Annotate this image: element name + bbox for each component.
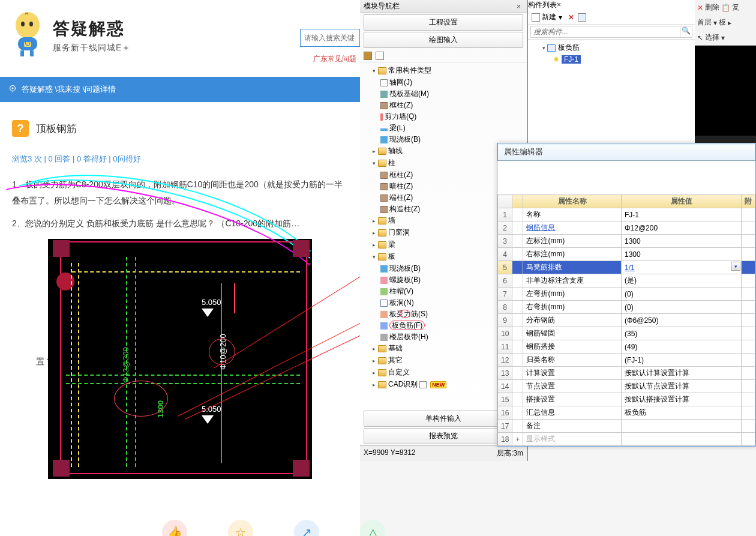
warning-icon[interactable]: △ [360, 520, 385, 536]
close-icon[interactable]: × [514, 2, 523, 11]
tree-group-slab[interactable]: 板 [388, 252, 395, 260]
tree-root[interactable]: 常用构件类型 [388, 66, 431, 74]
property-row[interactable]: 1名称FJ-1 [498, 208, 755, 221]
prop-value[interactable]: (0) [622, 301, 742, 314]
property-editor-title: 属性编辑器 [497, 143, 755, 161]
tree-group-foundation[interactable]: 基础 [388, 344, 403, 352]
tree-item[interactable]: 楼层板带(H) [389, 333, 428, 341]
property-row[interactable]: 7左弯折(mm)(0) [498, 288, 755, 301]
tree-item[interactable]: 框柱(Z) [389, 101, 413, 109]
prop-value[interactable] [622, 433, 742, 446]
tree-group-cad[interactable]: CAD识别 [388, 380, 418, 388]
prop-value[interactable]: (0) [622, 288, 742, 301]
search-input[interactable] [300, 29, 360, 47]
component-tree[interactable]: ▾ 板负筋 ✸FJ-1 [528, 40, 695, 68]
property-row[interactable]: 16汇总信息板负筋 [498, 406, 755, 420]
property-row[interactable]: 18+显示样式 [498, 433, 755, 446]
prop-value[interactable]: 1300 [622, 235, 742, 248]
component-search-input[interactable] [530, 26, 680, 38]
property-row[interactable]: 9分布钢筋(Φ6@250) [498, 314, 755, 327]
property-row[interactable]: 17备注 [498, 420, 755, 433]
copy-icon[interactable] [578, 13, 586, 22]
prop-value[interactable]: FJ-1 [622, 208, 742, 221]
prop-value[interactable]: 按默认搭接设置计算 [622, 393, 742, 406]
search-icon[interactable]: 🔍 [680, 26, 692, 38]
toolbar-icon[interactable] [364, 52, 372, 60]
tree-group-column[interactable]: 柱 [388, 158, 395, 167]
thumbs-up-icon[interactable]: 👍 [162, 520, 187, 536]
share-icon[interactable]: ↗ [294, 520, 319, 536]
delete-icon[interactable]: ✕ [697, 4, 703, 12]
property-row[interactable]: 14节点设置按默认节点设置计算 [498, 380, 755, 393]
prop-value[interactable]: (FJ-1) [622, 354, 742, 367]
prop-value[interactable] [622, 420, 742, 433]
property-row[interactable]: 6非单边标注含支座(是) [498, 274, 755, 288]
svg-point-1 [21, 22, 25, 26]
tree-item[interactable]: 剪力墙(Q) [385, 112, 416, 121]
new-icon[interactable] [532, 13, 540, 22]
prop-value[interactable]: 按默认计算设置计算 [622, 367, 742, 380]
common-questions-link[interactable]: 广东常见问题 [313, 54, 356, 64]
tab-drawing-input[interactable]: 绘图输入 [364, 32, 523, 48]
select-button[interactable]: 选择 [705, 32, 719, 43]
tree-item[interactable]: 暗柱(Z) [389, 182, 413, 190]
property-row[interactable]: 4右标注(mm)1300 [498, 248, 755, 261]
tree-item[interactable]: 现浇板(B) [389, 264, 421, 273]
tab-project-settings[interactable]: 工程设置 [364, 14, 523, 31]
property-table: 属性名称 属性值 附 1名称FJ-12钢筋信息Φ12@2003左标注(mm)13… [497, 194, 755, 446]
toolbar-icon[interactable] [376, 52, 384, 60]
tree-item-slab-neg-rebar[interactable]: 板负筋(F) [389, 321, 425, 330]
dropdown-icon[interactable]: ▾ [731, 262, 740, 271]
tree-group-axis[interactable]: 轴线 [388, 146, 403, 155]
delete-icon[interactable]: ✕ [568, 13, 574, 22]
property-row[interactable]: 15搭接设置按默认搭接设置计算 [498, 393, 755, 406]
prop-value[interactable]: 按默认节点设置计算 [622, 380, 742, 393]
comp-tree-selected[interactable]: FJ-1 [562, 55, 581, 64]
property-row[interactable]: 3左标注(mm)1300 [498, 235, 755, 248]
star-icon[interactable]: ☆ [228, 520, 253, 536]
breadcrumb-text[interactable]: 答疑解惑 \我来搜 \问题详情 [22, 84, 116, 95]
tree-item[interactable]: 框柱(Z) [389, 170, 413, 179]
close-icon[interactable]: × [557, 1, 561, 9]
tree-group-opening[interactable]: 门窗洞 [388, 228, 410, 236]
floor-selector[interactable]: 首层 [697, 17, 712, 28]
property-row[interactable]: 8右弯折(mm)(0) [498, 301, 755, 314]
tree-item[interactable]: 梁(L) [389, 124, 406, 132]
prop-value[interactable]: (Φ6@250) [622, 314, 742, 327]
tree-group-wall[interactable]: 墙 [388, 216, 395, 224]
right-toolbar-strip: ✕删除 📋复 首层▾ 板▸ ↖选择▾ [695, 0, 756, 144]
tree-item[interactable]: 端柱(Z) [389, 193, 413, 202]
prop-value[interactable]: Φ12@200 [622, 221, 742, 235]
property-row[interactable]: 11钢筋搭接(49) [498, 340, 755, 354]
tree-item[interactable]: 构造柱(Z) [389, 205, 420, 213]
new-button[interactable]: 新建 [542, 12, 556, 22]
location-icon [8, 85, 17, 95]
prop-value[interactable]: (49) [622, 340, 742, 354]
comp-tree-root[interactable]: 板负筋 [558, 43, 580, 52]
tree-group-custom[interactable]: 自定义 [388, 368, 410, 376]
prop-value[interactable]: 板负筋 [622, 406, 742, 420]
dim-5050-b: 5.050 [202, 405, 221, 414]
tree-group-beam[interactable]: 梁 [388, 240, 395, 248]
tree-item[interactable]: 板洞(N) [389, 298, 414, 307]
tree-group-other[interactable]: 其它 [388, 356, 403, 364]
prop-value[interactable]: (是) [622, 274, 742, 288]
delete-button[interactable]: 删除 [705, 2, 719, 13]
viewport[interactable] [695, 46, 756, 136]
prop-value-editing[interactable]: 1/1▾ [622, 261, 742, 274]
property-row[interactable]: 13计算设置按默认计算设置计算 [498, 367, 755, 380]
prop-value[interactable]: 1300 [622, 248, 742, 261]
duplicate-icon[interactable]: 📋 [721, 4, 730, 12]
prop-value[interactable]: (35) [622, 327, 742, 340]
tree-item[interactable]: 现浇板(B) [389, 135, 421, 143]
expand-icon[interactable]: + [512, 433, 523, 446]
property-row[interactable]: 5马凳筋排数1/1▾ [498, 261, 755, 274]
property-row[interactable]: 10钢筋锚固(35) [498, 327, 755, 340]
tree-item[interactable]: 筏板基础(M) [389, 89, 429, 98]
tree-item[interactable]: 柱帽(V) [389, 287, 413, 295]
tree-item[interactable]: 螺旋板(B) [389, 276, 421, 284]
property-row[interactable]: 12归类名称(FJ-1) [498, 354, 755, 367]
type-selector[interactable]: 板 [719, 17, 726, 28]
tree-item[interactable]: 轴网(J) [389, 78, 412, 86]
property-row[interactable]: 2钢筋信息Φ12@200 [498, 221, 755, 235]
